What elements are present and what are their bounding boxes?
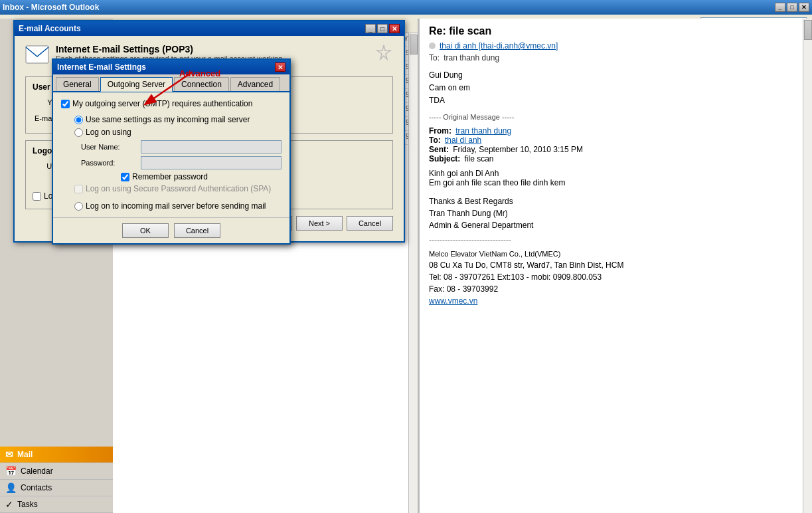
sidebar-item-tasks-label: Tasks (17, 500, 38, 509)
orig-body-2: Em goi anh file scan theo file dinh kem (429, 178, 803, 187)
calendar-icon: 📅 (5, 466, 17, 476)
original-message: ----- Original Message ----- From: tran … (429, 113, 803, 187)
orig-sent-label: Sent: (429, 145, 449, 154)
log-on-radio[interactable] (74, 128, 83, 137)
minimize-button[interactable]: _ (775, 3, 785, 12)
next-button[interactable]: Next > (296, 216, 343, 231)
reading-pane-scrollbar[interactable] (803, 19, 812, 513)
from-name[interactable]: thai di anh [thai-di.anh@vmec.vn] (440, 41, 558, 51)
tasks-icon: ✓ (5, 499, 13, 510)
close-window-button[interactable]: ✕ (799, 3, 809, 12)
sidebar-item-calendar-label: Calendar (21, 466, 53, 476)
body-line-2: TDA (429, 94, 803, 107)
sig-tel: Tel: 08 - 39707261 Ext:103 - mobi: 0909.… (429, 271, 803, 283)
incoming-label: Log on to incoming mail server before se… (86, 201, 266, 211)
sidebar-item-contacts-label: Contacts (21, 483, 52, 492)
tab-general-label: General (63, 80, 92, 89)
sig-fax: Fax: 08 - 39703992 (429, 283, 803, 295)
use-same-radio[interactable] (74, 116, 83, 124)
original-divider: ----- Original Message ----- (429, 113, 803, 121)
remember-password-label: Remember password (132, 172, 208, 181)
orig-subject-value: file scan (464, 154, 493, 163)
inner-dialog-close-btn[interactable]: ✕ (275, 62, 285, 72)
reading-pane: Re: file scan thai di anh [thai-di.anh@v… (418, 19, 812, 513)
body-line-0: Gui Dung (429, 69, 803, 82)
tab-advanced-label: Advanced (238, 80, 273, 89)
sig-dept: Admin & General Department (429, 219, 803, 231)
use-same-label: Use same settings as my incoming mail se… (86, 115, 250, 124)
orig-to-label: To: (429, 136, 441, 145)
original-to: To: thai di anh (429, 136, 803, 145)
email-accounts-title: E-mail Accounts (19, 24, 81, 33)
outgoing-password-row: Password: (81, 156, 282, 169)
accounts-header-icon (25, 45, 49, 68)
svg-marker-1 (377, 45, 390, 59)
accounts-header-title: Internet E-mail Settings (POP3) (56, 44, 284, 54)
original-subject: Subject: file scan (429, 154, 803, 163)
outgoing-password-label: Password: (81, 159, 141, 167)
email-accounts-titlebar-buttons: _ □ ✕ (365, 24, 400, 33)
requires-auth-label: My outgoing server (SMTP) requires authe… (72, 99, 252, 108)
sidebar-item-tasks[interactable]: ✓ Tasks (0, 496, 113, 513)
sidebar-nav: ✉ Mail 📅 Calendar 👤 Contacts ✓ Tasks (0, 447, 113, 513)
reading-to-row: To: tran thanh dung (429, 53, 803, 62)
sig-company: Melco Elevator VietNam Co., Ltd(VMEC) (429, 249, 803, 260)
requires-auth-checkbox[interactable] (61, 100, 70, 108)
scrollbar-thumb[interactable] (410, 35, 418, 54)
tab-advanced[interactable]: Advanced (230, 77, 280, 91)
sig-website[interactable]: www.vmec.vn (429, 295, 803, 307)
orig-body1: Kinh goi anh Di Anh Em goi anh file scan… (429, 169, 803, 187)
sig-thanks: Thanks & Best Regards (429, 195, 803, 207)
tab-outgoing-label: Outgoing Server (108, 80, 165, 89)
inner-dialog-titlebar: Internet E-mail Settings ✕ (53, 60, 289, 74)
email-list-scrollbar[interactable] (408, 33, 418, 513)
tab-general[interactable]: General (56, 77, 99, 91)
sidebar-item-contacts[interactable]: 👤 Contacts (0, 480, 113, 496)
orig-body-1: Kinh goi anh Di Anh (429, 169, 803, 178)
orig-from-name[interactable]: tran thanh dung (455, 126, 511, 136)
sig-divider: ------------------------------- (429, 234, 803, 246)
outgoing-password-input[interactable] (141, 156, 282, 169)
accounts-maximize-btn[interactable]: □ (377, 24, 388, 33)
outgoing-server-tab-content: My outgoing server (SMTP) requires authe… (53, 92, 289, 217)
inner-cancel-button[interactable]: Cancel (174, 223, 220, 238)
requires-auth-row: My outgoing server (SMTP) requires authe… (61, 99, 282, 108)
accounts-close-btn[interactable]: ✕ (389, 24, 400, 33)
original-sent: Sent: Friday, September 10, 2010 3:15 PM (429, 145, 803, 154)
inner-dialog-title: Internet E-mail Settings (57, 62, 146, 72)
signature-block: Thanks & Best Regards Tran Thanh Dung (M… (429, 195, 803, 308)
tab-outgoing-server[interactable]: Outgoing Server (100, 77, 173, 92)
tab-connection[interactable]: Connection (174, 77, 229, 91)
orig-sent-value: Friday, September 10, 2010 3:15 PM (453, 145, 583, 154)
outgoing-spa-checkbox[interactable] (74, 185, 83, 193)
log-on-row: Log on using (74, 128, 282, 137)
outgoing-spa-label: Log on using Secure Password Authenticat… (86, 184, 271, 193)
use-same-settings-row: Use same settings as my incoming mail se… (74, 115, 282, 124)
remember-password-checkbox[interactable] (121, 173, 129, 181)
inner-dialog-footer: OK Cancel (53, 217, 289, 243)
maximize-button[interactable]: □ (787, 3, 797, 12)
reading-scrollbar-thumb[interactable] (804, 20, 812, 40)
to-name: tran thanh dung (444, 53, 499, 62)
inner-email-settings-dialog: Internet E-mail Settings ✕ General Outgo… (52, 58, 291, 245)
incoming-radio-row: Log on to incoming mail server before se… (74, 201, 282, 211)
orig-to-name[interactable]: thai di anh (445, 136, 481, 145)
incoming-radio[interactable] (74, 202, 83, 211)
svg-rect-0 (26, 46, 48, 63)
outgoing-username-input[interactable] (141, 140, 282, 154)
sig-name: Tran Thanh Dung (Mr) (429, 207, 803, 219)
sidebar-item-calendar[interactable]: 📅 Calendar (0, 463, 113, 480)
sidebar-item-mail[interactable]: ✉ Mail (0, 447, 113, 463)
reading-subject: Re: file scan (429, 25, 803, 37)
spa-checkbox[interactable] (33, 192, 41, 201)
outlook-title: Inbox - Microsoft Outlook (3, 3, 99, 12)
inner-ok-button[interactable]: OK (122, 223, 169, 238)
to-label: To: (429, 53, 440, 62)
body-line-1: Cam on em (429, 82, 803, 94)
contacts-icon: 👤 (5, 482, 17, 493)
orig-from-label: From: (429, 126, 451, 136)
accounts-minimize-btn[interactable]: _ (365, 24, 376, 33)
remember-password-row: Remember password (121, 172, 282, 181)
mail-icon: ✉ (5, 449, 13, 460)
cancel-button[interactable]: Cancel (347, 216, 393, 231)
